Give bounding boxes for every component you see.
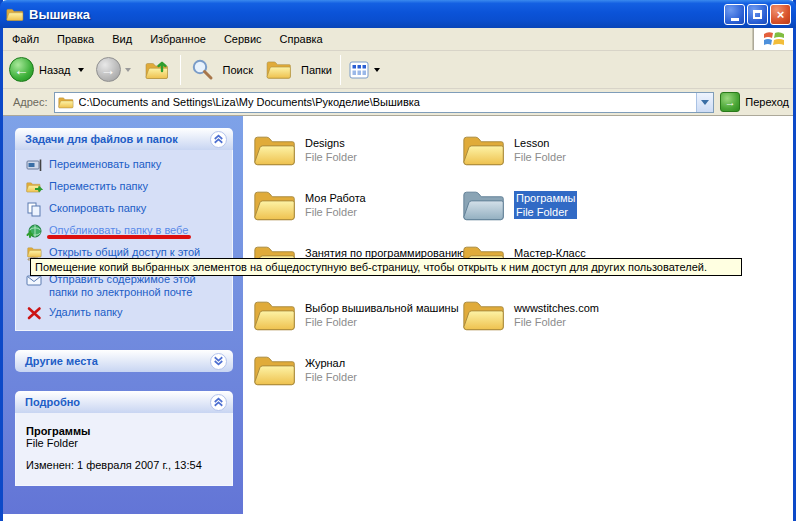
toolbar-separator <box>180 55 181 85</box>
folder-type: File Folder <box>305 370 357 384</box>
publish-web-icon <box>26 224 43 239</box>
address-path[interactable]: C:\Documents and Settings\Liza\My Docume… <box>79 96 697 108</box>
toolbar-separator <box>340 55 341 85</box>
folder-item-wwwstitches[interactable]: wwwstitches.com File Folder <box>462 293 667 337</box>
folder-type: File Folder <box>305 315 459 329</box>
titlebar[interactable]: Вышивка × <box>0 0 796 28</box>
details-header[interactable]: Подробно <box>15 391 233 413</box>
task-rename-folder[interactable]: Переименовать папку <box>26 158 228 173</box>
go-arrow-icon: → <box>720 92 740 112</box>
search-label: Поиск <box>223 64 253 76</box>
search-icon <box>190 58 214 82</box>
views-dropdown-caret-icon <box>374 68 380 72</box>
menu-tools[interactable]: Сервис <box>215 28 271 50</box>
address-label: Адрес: <box>13 96 48 108</box>
back-label: Назад <box>39 64 71 76</box>
address-dropdown-button[interactable] <box>696 93 713 112</box>
chevron-down-icon <box>211 353 226 369</box>
collapse-button[interactable] <box>210 131 227 148</box>
file-tasks-header[interactable]: Задачи для файлов и папок <box>15 128 233 150</box>
folder-icon <box>253 352 297 388</box>
content-area: Задачи для файлов и папок Переименовать … <box>3 116 793 521</box>
folder-icon <box>462 132 506 168</box>
search-button[interactable]: Поиск <box>186 51 256 88</box>
task-email-folder[interactable]: Отправить содержимое этой папки по элект… <box>26 273 228 299</box>
chevron-down-icon <box>701 100 709 105</box>
file-tasks-panel: Задачи для файлов и папок Переименовать … <box>15 128 233 331</box>
task-move-folder[interactable]: Переместить папку <box>26 180 228 195</box>
menu-bar: Файл Правка Вид Избранное Сервис Справка <box>3 28 793 51</box>
close-icon: × <box>777 8 785 21</box>
folder-icon <box>253 132 297 168</box>
windows-logo-box <box>753 28 793 50</box>
minimize-button[interactable] <box>724 4 745 25</box>
address-combobox[interactable]: C:\Documents and Settings\Liza\My Docume… <box>54 92 715 113</box>
red-annotation-underline <box>47 235 191 239</box>
folders-icon <box>266 59 292 80</box>
toolbar: ← Назад → Поиск Папки <box>3 51 793 89</box>
rename-icon <box>26 158 43 173</box>
task-label: Отправить содержимое этой папки по элект… <box>49 273 207 299</box>
details-panel: Подробно Программы File Folder Изменен: … <box>15 391 233 486</box>
menu-spacer <box>332 28 753 50</box>
folder-item-lesson[interactable]: Lesson File Folder <box>462 128 667 172</box>
details-item-type: File Folder <box>26 437 224 449</box>
back-dropdown-caret-icon[interactable] <box>78 68 84 72</box>
views-grid-icon <box>349 61 369 79</box>
back-button[interactable]: ← Назад <box>9 51 88 88</box>
folder-item-vybor-mashiny[interactable]: Выбор вышивальной машины File Folder <box>253 293 458 337</box>
folder-item-designs[interactable]: Designs File Folder <box>253 128 458 172</box>
window-folder-icon <box>6 7 24 22</box>
details-title: Подробно <box>25 396 210 408</box>
address-bar: Адрес: C:\Documents and Settings\Liza\My… <box>3 89 793 116</box>
maximize-icon <box>753 10 762 19</box>
task-pane: Задачи для файлов и папок Переименовать … <box>3 116 243 514</box>
details-modified: Изменен: 1 февраля 2007 г., 13:54 <box>26 459 224 471</box>
folder-item-programmy-selected[interactable]: Программы File Folder <box>462 183 667 227</box>
forward-dropdown-caret-icon[interactable] <box>125 68 131 72</box>
go-button[interactable]: → Переход <box>720 92 789 112</box>
task-copy-folder[interactable]: Скопировать папку <box>26 202 228 217</box>
menu-edit[interactable]: Правка <box>48 28 103 50</box>
address-folder-icon <box>58 96 75 109</box>
menu-file[interactable]: Файл <box>3 28 48 50</box>
tooltip: Помещение копий выбранных элементов на о… <box>30 258 742 276</box>
chevron-up-icon <box>211 131 226 147</box>
file-list: Designs File Folder Lesson File Folder М… <box>243 116 793 521</box>
other-places-header[interactable]: Другие места <box>15 350 233 372</box>
other-places-panel: Другие места <box>15 350 233 372</box>
folder-item-zhurnal[interactable]: Журнал File Folder <box>253 348 458 392</box>
folder-icon <box>462 297 506 333</box>
minimize-icon <box>731 18 739 21</box>
details-item-name: Программы <box>26 425 224 437</box>
details-body: Программы File Folder Изменен: 1 февраля… <box>15 413 233 486</box>
file-tasks-title: Задачи для файлов и папок <box>25 133 210 145</box>
up-folder-icon <box>145 57 171 83</box>
menu-favorites[interactable]: Избранное <box>141 28 215 50</box>
maximize-button[interactable] <box>747 4 768 25</box>
up-button[interactable] <box>141 51 175 88</box>
expand-button[interactable] <box>210 353 227 370</box>
views-button[interactable] <box>346 59 387 81</box>
delete-icon <box>26 306 43 321</box>
close-button[interactable]: × <box>770 4 791 25</box>
task-label: Переименовать папку <box>49 158 161 171</box>
forward-button[interactable]: → <box>96 51 135 88</box>
folder-icon <box>253 297 297 333</box>
task-delete-folder[interactable]: Удалить папку <box>26 306 228 321</box>
task-label: Скопировать папку <box>49 202 146 215</box>
folders-label: Папки <box>301 64 332 76</box>
selected-folder-icon <box>462 187 506 223</box>
collapse-button[interactable] <box>210 394 227 411</box>
menu-view[interactable]: Вид <box>103 28 141 50</box>
folders-button[interactable]: Папки <box>262 51 335 88</box>
folder-name: Программы <box>514 191 577 205</box>
folder-name: Журнал <box>305 356 357 370</box>
menu-help[interactable]: Справка <box>271 28 332 50</box>
folder-type: File Folder <box>305 205 366 219</box>
folder-name: Designs <box>305 136 357 150</box>
folder-type: File Folder <box>514 315 599 329</box>
folder-item-moya-rabota[interactable]: Моя Работа File Folder <box>253 183 458 227</box>
windows-logo-icon <box>763 29 785 49</box>
folder-icon <box>253 187 297 223</box>
